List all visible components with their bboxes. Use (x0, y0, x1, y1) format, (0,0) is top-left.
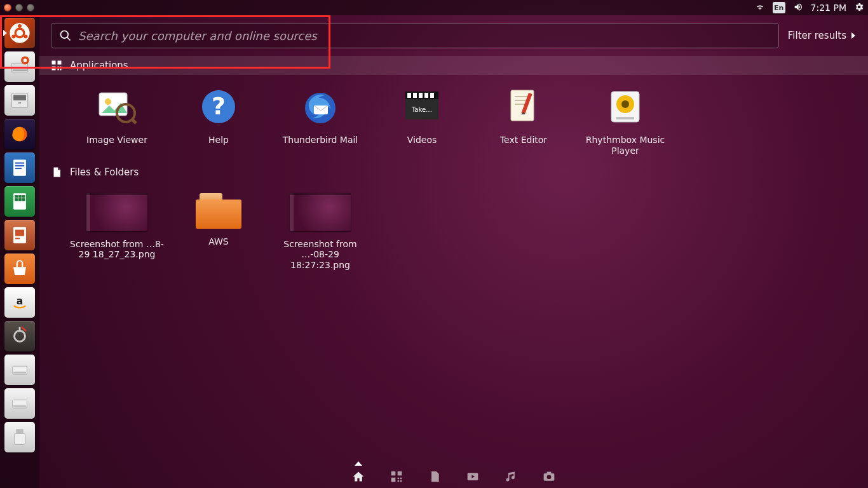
unity-dash: Filter results Applications Image Viewer… (39, 15, 868, 488)
svg-rect-35 (16, 429, 23, 433)
svg-rect-23 (22, 198, 25, 201)
file-tile-folder-aws[interactable]: AWS (168, 193, 269, 271)
svg-text:Take…: Take… (411, 106, 432, 113)
volume-icon[interactable] (793, 2, 803, 14)
app-tile-label: Help (208, 135, 229, 146)
svg-rect-77 (398, 480, 400, 482)
svg-point-70 (621, 100, 629, 108)
launcher-item-settings[interactable] (4, 321, 35, 351)
clock[interactable]: 7:21 PM (811, 3, 846, 13)
lens-music[interactable] (503, 469, 519, 484)
svg-rect-16 (15, 168, 22, 169)
launcher-item-firefox[interactable] (4, 119, 35, 149)
dash-search-field[interactable] (51, 23, 779, 48)
svg-rect-14 (15, 163, 24, 164)
svg-rect-43 (60, 67, 61, 68)
app-tile-videos[interactable]: Take… Videos (371, 86, 473, 156)
window-maximize-button[interactable] (27, 4, 34, 11)
launcher-item-writer[interactable] (4, 152, 35, 183)
ubuntu-logo-icon (9, 22, 31, 44)
svg-rect-73 (398, 471, 402, 476)
network-icon[interactable] (755, 2, 765, 14)
launcher-item-calc[interactable] (4, 186, 35, 217)
keyboard-language-badge[interactable]: En (773, 2, 785, 13)
window-minimize-button[interactable] (15, 4, 23, 11)
svg-rect-44 (58, 69, 59, 70)
svg-line-49 (132, 119, 136, 123)
unity-launcher: a (0, 15, 39, 488)
applications-icon (51, 60, 62, 71)
app-tile-label: Image Viewer (86, 135, 147, 146)
svg-point-4 (24, 34, 27, 38)
app-tile-thunderbird[interactable]: Thunderbird Mail (269, 86, 371, 156)
svg-point-8 (24, 58, 27, 62)
svg-point-37 (61, 31, 69, 39)
files-grid: Screenshot from …8-29 18_27_23.png AWS S… (51, 182, 857, 277)
app-tile-rhythmbox[interactable]: Rhythmbox Music Player (574, 86, 676, 156)
svg-text:?: ? (212, 92, 226, 120)
launcher-item-files[interactable] (4, 85, 35, 116)
search-icon (59, 29, 72, 42)
svg-rect-20 (22, 195, 25, 198)
svg-rect-34 (13, 405, 26, 407)
launcher-item-drive-2[interactable] (4, 388, 35, 419)
screenshot-thumbnail-icon (86, 193, 147, 231)
svg-rect-75 (398, 478, 400, 480)
svg-rect-45 (60, 69, 61, 70)
launcher-item-amazon[interactable]: a (4, 287, 35, 318)
svg-rect-19 (18, 195, 22, 198)
launcher-item-drive-1[interactable] (4, 355, 35, 385)
lens-files[interactable] (427, 469, 442, 484)
section-header-applications[interactable]: Applications (39, 56, 868, 75)
applications-grid: Image Viewer ? Help Thunderbird Mail Tak… (51, 75, 857, 163)
dash-search-input[interactable] (72, 29, 771, 43)
app-tile-text-editor[interactable]: Text Editor (473, 86, 574, 156)
svg-point-82 (547, 475, 552, 480)
svg-rect-22 (18, 198, 22, 201)
launcher-item-software-center[interactable] (4, 254, 35, 284)
svg-point-28 (15, 331, 25, 342)
lens-home[interactable] (351, 469, 366, 484)
svg-rect-29 (19, 327, 21, 332)
launcher-item-impress[interactable] (4, 220, 35, 250)
videos-icon: Take… (402, 86, 442, 127)
file-tile-label: AWS (208, 236, 229, 247)
svg-rect-57 (413, 93, 417, 98)
svg-rect-6 (13, 69, 27, 71)
thunderbird-icon (300, 86, 341, 127)
rhythmbox-icon (605, 86, 646, 127)
section-header-files[interactable]: Files & Folders (39, 163, 868, 182)
file-tile-screenshot-1[interactable]: Screenshot from …8-29 18_27_23.png (66, 193, 168, 271)
launcher-active-indicator-icon (3, 30, 7, 36)
app-tile-image-viewer[interactable]: Image Viewer (66, 86, 168, 156)
svg-line-38 (67, 37, 71, 41)
image-viewer-icon (97, 86, 137, 127)
svg-rect-71 (616, 117, 634, 119)
svg-rect-72 (391, 471, 396, 476)
screenshot-thumbnail-icon (290, 193, 351, 231)
filter-results-button[interactable]: Filter results (788, 30, 857, 41)
svg-rect-76 (400, 478, 402, 480)
svg-rect-26 (15, 238, 20, 239)
lens-photos[interactable] (541, 469, 557, 484)
svg-rect-40 (58, 61, 62, 65)
section-title: Files & Folders (70, 166, 139, 178)
svg-rect-56 (407, 93, 411, 98)
svg-rect-10 (13, 95, 26, 101)
file-tile-label: Screenshot from …-08-29 18:27:23.png (273, 239, 368, 271)
svg-rect-36 (15, 433, 25, 444)
lens-video[interactable] (465, 469, 480, 484)
filter-results-label: Filter results (788, 30, 846, 41)
svg-rect-83 (547, 472, 552, 474)
launcher-dash-button[interactable] (4, 18, 35, 48)
launcher-item-installer[interactable] (4, 51, 35, 82)
launcher-item-usb[interactable] (4, 422, 35, 452)
lens-applications[interactable] (389, 469, 404, 484)
app-tile-label: Thunderbird Mail (283, 135, 358, 146)
svg-rect-39 (52, 61, 56, 65)
system-gear-icon[interactable] (854, 2, 864, 14)
svg-point-3 (11, 34, 15, 38)
file-tile-screenshot-2[interactable]: Screenshot from …-08-29 18:27:23.png (269, 193, 371, 271)
app-tile-help[interactable]: ? Help (168, 86, 269, 156)
window-close-button[interactable] (4, 4, 11, 11)
